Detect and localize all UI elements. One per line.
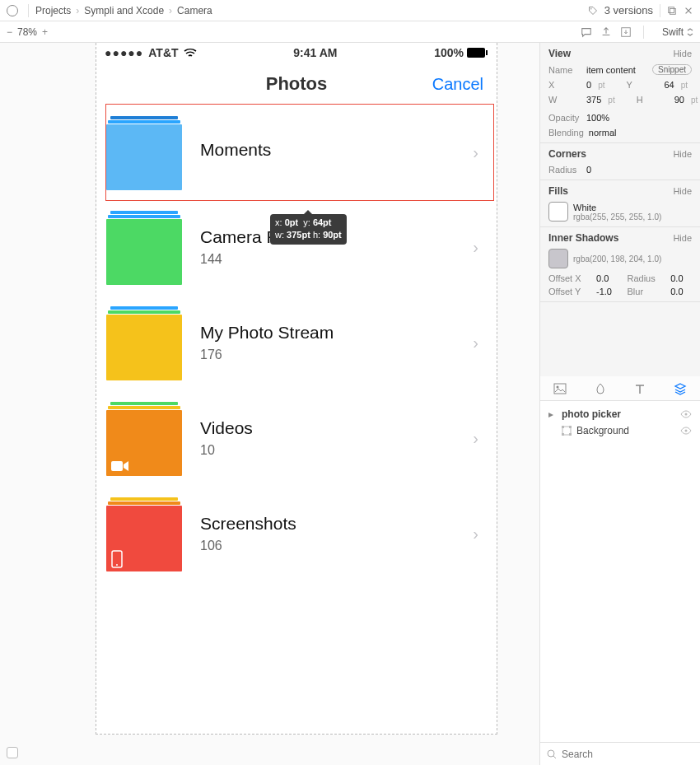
album-name: Screenshots: [200, 514, 296, 534]
tab-text-icon[interactable]: [633, 382, 646, 395]
layer-row[interactable]: Background: [544, 422, 697, 439]
zoom-in-button[interactable]: +: [42, 26, 48, 38]
select-checkbox[interactable]: [7, 747, 18, 758]
search-input[interactable]: [562, 749, 693, 760]
layers-panel: ▸ photo picker Background: [540, 401, 700, 742]
phone-icon: [111, 550, 123, 568]
color-swatch: [548, 202, 568, 222]
thumb-stack: [110, 211, 178, 214]
eye-icon[interactable]: [680, 427, 692, 435]
album-thumb: [106, 209, 182, 285]
section-title: Inner Shadows: [548, 232, 618, 244]
list-item[interactable]: My Photo Stream 176 ›: [106, 295, 493, 390]
section-corners: CornersHide Radius0: [540, 143, 700, 180]
album-thumb: [106, 305, 182, 380]
crumb-item[interactable]: Camera: [177, 5, 212, 16]
copy-icon[interactable]: [667, 6, 677, 16]
shadow-row[interactable]: rgba(200, 198, 204, 1.0): [548, 249, 692, 268]
thumb-stack: [110, 116, 178, 119]
album-count: 144: [200, 252, 296, 267]
svg-rect-4: [467, 48, 485, 58]
avatar-icon[interactable]: [7, 5, 18, 16]
thumb-stack: [108, 215, 180, 218]
tab-layers-icon[interactable]: [674, 382, 687, 395]
svg-rect-16: [569, 433, 572, 436]
breadcrumb: Projects › Sympli and Xcode › Camera: [35, 5, 212, 16]
comment-icon[interactable]: [581, 26, 592, 38]
zoom-out-button[interactable]: −: [7, 26, 12, 38]
versions-label[interactable]: 3 versions: [604, 4, 653, 16]
svg-rect-6: [111, 461, 123, 471]
video-icon: [111, 459, 129, 473]
section-fills: FillsHide Whitergba(255, 255, 255, 1.0): [540, 180, 700, 227]
list-item[interactable]: Screenshots 106 ›: [106, 486, 493, 581]
chevron-right-icon: ›: [473, 525, 478, 543]
eye-icon[interactable]: [680, 410, 692, 418]
toolbar: − 78% + Swift: [0, 21, 700, 43]
disclose-icon[interactable]: ▸: [548, 408, 557, 420]
thumb-main: [106, 506, 182, 571]
hide-button[interactable]: Hide: [673, 186, 692, 196]
section-inner-shadows: Inner ShadowsHide rgba(200, 198, 204, 1.…: [540, 227, 700, 302]
svg-rect-13: [562, 426, 564, 428]
battery-icon: [467, 48, 488, 58]
tab-image-icon[interactable]: [553, 382, 567, 395]
zoom-value[interactable]: 78%: [17, 26, 37, 38]
svg-point-8: [116, 564, 118, 566]
search-icon: [547, 749, 557, 759]
list-item[interactable]: Videos 10 ›: [106, 390, 493, 486]
thumb-main: [106, 410, 182, 476]
chevron-right-icon: ›: [473, 429, 478, 448]
hide-button[interactable]: Hide: [673, 149, 692, 159]
close-icon[interactable]: [684, 6, 693, 16]
svg-point-0: [590, 8, 592, 10]
separator: [660, 4, 660, 17]
list-item[interactable]: Moments ›: [106, 105, 493, 200]
dimensions-tooltip: x: 0pt y: 64pt w: 375pt h: 90pt: [270, 214, 347, 245]
hide-button[interactable]: Hide: [673, 49, 692, 58]
cancel-button[interactable]: Cancel: [432, 75, 483, 94]
album-count: 176: [200, 348, 334, 362]
inspector-sidebar: ViewHide Nameitem contentSnippet X0pt Y6…: [539, 43, 700, 765]
tab-color-icon[interactable]: [594, 382, 607, 395]
thumb-stack: [110, 402, 178, 405]
thumb-stack: [108, 406, 180, 409]
thumb-stack: [108, 310, 180, 314]
album-list: Moments › Camera Roll 144: [96, 105, 497, 581]
section-view: ViewHide Nameitem contentSnippet X0pt Y6…: [540, 43, 700, 143]
crumb-group[interactable]: Sympli and Xcode: [84, 5, 164, 16]
language-selector[interactable]: Swift: [662, 26, 693, 38]
svg-point-10: [557, 385, 559, 388]
svg-rect-1: [669, 7, 674, 12]
carrier-label: AT&T: [148, 46, 178, 59]
updown-icon: [687, 28, 693, 36]
chevron-right-icon: ›: [473, 334, 478, 352]
album-thumb: [106, 496, 182, 571]
search-row: [540, 742, 700, 765]
thumb-stack: [108, 501, 180, 505]
separator: [28, 4, 29, 17]
tag-icon[interactable]: [588, 6, 598, 16]
chevron-right-icon: ›: [473, 238, 478, 257]
layer-name: Background: [576, 425, 629, 436]
bounds-icon: [562, 426, 572, 436]
sidebar-tabs: [540, 376, 700, 401]
crumb-projects[interactable]: Projects: [35, 5, 71, 16]
chevron-right-icon: ›: [473, 143, 478, 162]
section-title: View: [548, 48, 571, 59]
element-name: item content: [586, 65, 636, 75]
chevron-right-icon: ›: [169, 5, 172, 16]
fill-row[interactable]: Whitergba(255, 255, 255, 1.0): [548, 202, 692, 222]
svg-rect-14: [569, 426, 572, 428]
snippet-button[interactable]: Snippet: [652, 64, 692, 75]
spacer: [540, 302, 700, 376]
canvas[interactable]: ●●●●● AT&T 9:41 AM 100% Photos Cancel: [0, 43, 539, 765]
section-title: Corners: [548, 148, 586, 160]
thumb-stack: [108, 120, 180, 124]
signal-icon: ●●●●●: [105, 46, 143, 59]
export-icon[interactable]: [600, 26, 612, 38]
hide-button[interactable]: Hide: [673, 233, 692, 243]
battery-label: 100%: [434, 46, 464, 59]
layer-row[interactable]: ▸ photo picker: [544, 406, 697, 422]
download-icon[interactable]: [620, 26, 632, 38]
